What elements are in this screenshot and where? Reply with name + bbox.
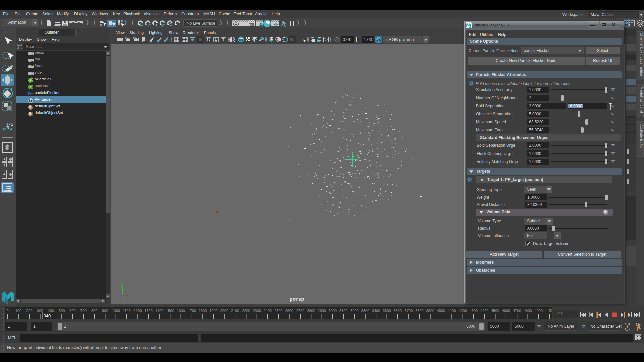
svg-text:2200: 2200 — [242, 309, 250, 313]
svg-text:800: 800 — [91, 309, 97, 313]
svg-text:2700: 2700 — [296, 309, 304, 313]
svg-text:4700: 4700 — [513, 309, 521, 313]
svg-text:1200: 1200 — [133, 309, 142, 313]
svg-text:1500: 1500 — [166, 309, 174, 313]
svg-text:3300: 3300 — [361, 309, 369, 313]
svg-text:2900: 2900 — [318, 309, 326, 313]
svg-text:persp: persp — [290, 296, 304, 302]
svg-text:3900: 3900 — [426, 309, 434, 313]
svg-text:0.00: 0.00 — [343, 37, 351, 42]
svg-text:400: 400 — [48, 309, 54, 313]
svg-text:500: 500 — [59, 309, 65, 313]
svg-text:1600: 1600 — [177, 309, 185, 313]
svg-text:4600: 4600 — [502, 309, 510, 313]
svg-text:200: 200 — [26, 309, 32, 313]
svg-text:4500: 4500 — [491, 309, 499, 313]
svg-text:3800: 3800 — [415, 309, 423, 313]
svg-text:1900: 1900 — [209, 309, 217, 313]
svg-text:3700: 3700 — [405, 309, 413, 313]
svg-text:3000: 3000 — [329, 309, 337, 313]
svg-text:3500: 3500 — [383, 309, 391, 313]
svg-text:4300: 4300 — [470, 309, 478, 313]
svg-text:1.00: 1.00 — [364, 37, 372, 42]
svg-text:2800: 2800 — [307, 309, 315, 313]
svg-text:0: 0 — [7, 309, 9, 313]
svg-text:{;}: {;} — [636, 336, 642, 340]
svg-text:y: y — [121, 282, 123, 286]
svg-text:900: 900 — [102, 309, 108, 313]
svg-text:2400: 2400 — [264, 309, 272, 313]
svg-text:2600: 2600 — [285, 309, 293, 313]
svg-text:1000: 1000 — [112, 309, 120, 313]
svg-text:2000: 2000 — [220, 309, 228, 313]
svg-text:2100: 2100 — [231, 309, 239, 313]
svg-text:T: T — [30, 99, 32, 103]
svg-text:x: x — [127, 294, 129, 299]
svg-text:3600: 3600 — [394, 309, 402, 313]
svg-text:600: 600 — [69, 309, 75, 313]
svg-text:3400: 3400 — [372, 309, 380, 313]
svg-text:4400: 4400 — [480, 309, 488, 313]
svg-text:5000: 5000 — [549, 309, 552, 313]
svg-text:340: 340 — [44, 314, 51, 318]
svg-text:4000: 4000 — [437, 309, 445, 313]
svg-text:1300: 1300 — [144, 309, 152, 313]
svg-text:z: z — [124, 295, 126, 300]
svg-text:T: T — [222, 38, 225, 42]
svg-text:sRGB gamma: sRGB gamma — [386, 37, 414, 42]
svg-text:2500: 2500 — [274, 309, 282, 313]
svg-text:1400: 1400 — [155, 309, 163, 313]
svg-text:4100: 4100 — [448, 309, 456, 313]
svg-text:F: F — [30, 92, 33, 97]
svg-text:3200: 3200 — [350, 309, 358, 313]
svg-text:300: 300 — [37, 309, 43, 313]
svg-text:2300: 2300 — [253, 309, 261, 313]
svg-text:ON: ON — [377, 38, 381, 41]
svg-text:3100: 3100 — [339, 309, 347, 313]
svg-text:4200: 4200 — [459, 309, 467, 313]
svg-text:1800: 1800 — [199, 309, 207, 313]
svg-text:700: 700 — [80, 309, 87, 313]
svg-text:100: 100 — [15, 309, 21, 313]
svg-text:IPR: IPR — [249, 23, 254, 26]
svg-text:4900: 4900 — [535, 309, 543, 313]
svg-text:4800: 4800 — [524, 309, 532, 313]
svg-text:1700: 1700 — [188, 309, 196, 313]
svg-text:1100: 1100 — [123, 309, 131, 313]
